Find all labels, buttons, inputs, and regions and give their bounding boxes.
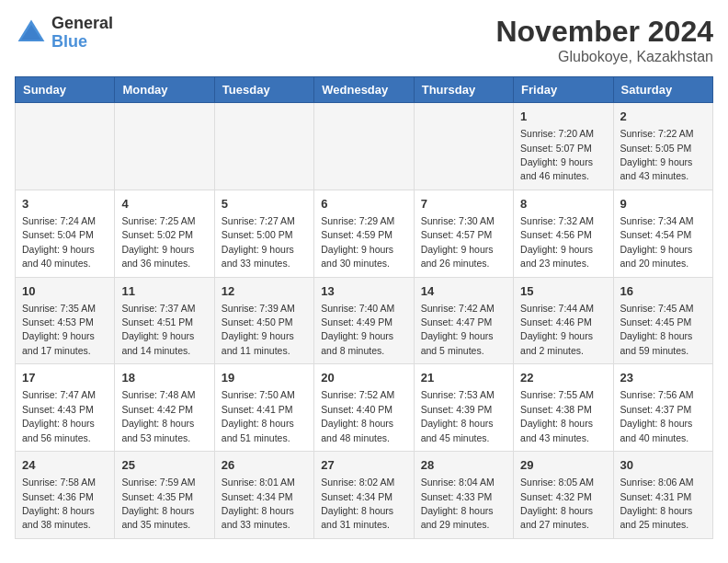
day-number: 26: [222, 457, 307, 474]
calendar-day-cell: 5Sunrise: 7:27 AM Sunset: 5:00 PM Daylig…: [214, 190, 313, 277]
day-info: Sunrise: 7:52 AM Sunset: 4:40 PM Dayligh…: [321, 389, 394, 442]
calendar-week-row: 10Sunrise: 7:35 AM Sunset: 4:53 PM Dayli…: [16, 277, 713, 364]
empty-day-cell: [414, 103, 513, 190]
day-number: 3: [22, 196, 108, 213]
day-info: Sunrise: 7:25 AM Sunset: 5:02 PM Dayligh…: [121, 215, 195, 269]
calendar-day-cell: 16Sunrise: 7:45 AM Sunset: 4:45 PM Dayli…: [613, 277, 712, 364]
day-number: 24: [22, 457, 108, 474]
day-info: Sunrise: 7:29 AM Sunset: 4:59 PM Dayligh…: [321, 215, 394, 269]
calendar-week-row: 3Sunrise: 7:24 AM Sunset: 5:04 PM Daylig…: [16, 190, 713, 277]
day-info: Sunrise: 8:04 AM Sunset: 4:33 PM Dayligh…: [421, 477, 495, 530]
calendar-day-cell: 11Sunrise: 7:37 AM Sunset: 4:51 PM Dayli…: [115, 277, 214, 364]
header: General Blue November 2024 Glubokoye, Ka…: [15, 15, 713, 65]
day-number: 30: [620, 457, 706, 474]
day-info: Sunrise: 8:01 AM Sunset: 4:34 PM Dayligh…: [222, 477, 295, 530]
weekday-header-friday: Friday: [514, 77, 613, 103]
day-number: 27: [321, 457, 406, 474]
day-number: 23: [620, 370, 706, 386]
day-info: Sunrise: 7:42 AM Sunset: 4:47 PM Dayligh…: [421, 303, 495, 356]
logo-text-general: General: [51, 15, 113, 33]
day-info: Sunrise: 7:30 AM Sunset: 4:57 PM Dayligh…: [421, 215, 495, 269]
logo-text-blue: Blue: [51, 33, 113, 52]
calendar-day-cell: 3Sunrise: 7:24 AM Sunset: 5:04 PM Daylig…: [16, 190, 115, 277]
day-info: Sunrise: 7:45 AM Sunset: 4:45 PM Dayligh…: [620, 303, 694, 356]
day-number: 8: [520, 196, 606, 213]
day-info: Sunrise: 7:27 AM Sunset: 5:00 PM Dayligh…: [222, 215, 295, 269]
day-number: 22: [520, 370, 606, 386]
day-number: 10: [22, 283, 108, 300]
day-number: 16: [620, 283, 706, 300]
day-number: 11: [121, 283, 207, 300]
calendar-day-cell: 24Sunrise: 7:58 AM Sunset: 4:36 PM Dayli…: [16, 452, 115, 539]
empty-day-cell: [214, 103, 313, 190]
weekday-header-saturday: Saturday: [613, 77, 712, 103]
day-info: Sunrise: 7:44 AM Sunset: 4:46 PM Dayligh…: [520, 303, 594, 356]
calendar-day-cell: 21Sunrise: 7:53 AM Sunset: 4:39 PM Dayli…: [414, 364, 513, 452]
day-info: Sunrise: 7:50 AM Sunset: 4:41 PM Dayligh…: [222, 389, 295, 442]
day-number: 25: [121, 457, 207, 474]
calendar-day-cell: 27Sunrise: 8:02 AM Sunset: 4:34 PM Dayli…: [314, 452, 414, 539]
weekday-header-tuesday: Tuesday: [214, 77, 313, 103]
calendar-day-cell: 18Sunrise: 7:48 AM Sunset: 4:42 PM Dayli…: [115, 364, 214, 452]
logo-icon: [15, 17, 48, 50]
calendar-day-cell: 23Sunrise: 7:56 AM Sunset: 4:37 PM Dayli…: [613, 364, 712, 452]
weekday-header-thursday: Thursday: [414, 77, 513, 103]
day-number: 21: [421, 370, 506, 386]
day-info: Sunrise: 7:56 AM Sunset: 4:37 PM Dayligh…: [620, 389, 694, 442]
calendar-day-cell: 30Sunrise: 8:06 AM Sunset: 4:31 PM Dayli…: [613, 452, 712, 539]
calendar-day-cell: 20Sunrise: 7:52 AM Sunset: 4:40 PM Dayli…: [314, 364, 414, 452]
title-area: November 2024 Glubokoye, Kazakhstan: [495, 15, 713, 65]
day-info: Sunrise: 7:59 AM Sunset: 4:35 PM Dayligh…: [121, 477, 195, 530]
day-info: Sunrise: 7:47 AM Sunset: 4:43 PM Dayligh…: [22, 389, 96, 442]
day-info: Sunrise: 7:58 AM Sunset: 4:36 PM Dayligh…: [22, 477, 96, 530]
calendar-day-cell: 13Sunrise: 7:40 AM Sunset: 4:49 PM Dayli…: [314, 277, 414, 364]
calendar-day-cell: 25Sunrise: 7:59 AM Sunset: 4:35 PM Dayli…: [115, 452, 214, 539]
day-number: 17: [22, 370, 108, 386]
calendar-day-cell: 15Sunrise: 7:44 AM Sunset: 4:46 PM Dayli…: [514, 277, 613, 364]
calendar-week-row: 17Sunrise: 7:47 AM Sunset: 4:43 PM Dayli…: [16, 364, 713, 452]
day-info: Sunrise: 7:53 AM Sunset: 4:39 PM Dayligh…: [421, 389, 495, 442]
calendar-day-cell: 9Sunrise: 7:34 AM Sunset: 4:54 PM Daylig…: [613, 190, 712, 277]
calendar-day-cell: 26Sunrise: 8:01 AM Sunset: 4:34 PM Dayli…: [214, 452, 313, 539]
day-number: 5: [222, 196, 307, 213]
calendar-day-cell: 8Sunrise: 7:32 AM Sunset: 4:56 PM Daylig…: [514, 190, 613, 277]
calendar-day-cell: 22Sunrise: 7:55 AM Sunset: 4:38 PM Dayli…: [514, 364, 613, 452]
calendar-week-row: 24Sunrise: 7:58 AM Sunset: 4:36 PM Dayli…: [16, 452, 713, 539]
day-number: 28: [421, 457, 506, 474]
day-info: Sunrise: 7:20 AM Sunset: 5:07 PM Dayligh…: [520, 128, 594, 181]
calendar-day-cell: 14Sunrise: 7:42 AM Sunset: 4:47 PM Dayli…: [414, 277, 513, 364]
day-info: Sunrise: 7:32 AM Sunset: 4:56 PM Dayligh…: [520, 215, 594, 269]
day-info: Sunrise: 7:22 AM Sunset: 5:05 PM Dayligh…: [620, 128, 694, 181]
day-number: 29: [520, 457, 606, 474]
day-info: Sunrise: 7:24 AM Sunset: 5:04 PM Dayligh…: [22, 215, 96, 269]
day-number: 13: [321, 283, 406, 300]
day-info: Sunrise: 7:37 AM Sunset: 4:51 PM Dayligh…: [121, 303, 195, 356]
calendar-day-cell: 12Sunrise: 7:39 AM Sunset: 4:50 PM Dayli…: [214, 277, 313, 364]
day-number: 12: [222, 283, 307, 300]
day-info: Sunrise: 8:05 AM Sunset: 4:32 PM Dayligh…: [520, 477, 594, 530]
calendar-day-cell: 10Sunrise: 7:35 AM Sunset: 4:53 PM Dayli…: [16, 277, 115, 364]
calendar-day-cell: 6Sunrise: 7:29 AM Sunset: 4:59 PM Daylig…: [314, 190, 414, 277]
calendar-day-cell: 7Sunrise: 7:30 AM Sunset: 4:57 PM Daylig…: [414, 190, 513, 277]
weekday-header-sunday: Sunday: [16, 77, 115, 103]
day-number: 14: [421, 283, 506, 300]
calendar-week-row: 1Sunrise: 7:20 AM Sunset: 5:07 PM Daylig…: [16, 103, 713, 190]
empty-day-cell: [16, 103, 115, 190]
day-number: 6: [321, 196, 406, 213]
day-number: 9: [620, 196, 706, 213]
day-info: Sunrise: 8:06 AM Sunset: 4:31 PM Dayligh…: [620, 477, 694, 530]
day-number: 7: [421, 196, 506, 213]
calendar-day-cell: 17Sunrise: 7:47 AM Sunset: 4:43 PM Dayli…: [16, 364, 115, 452]
empty-day-cell: [115, 103, 214, 190]
weekday-header-row: SundayMondayTuesdayWednesdayThursdayFrid…: [16, 77, 713, 103]
main-title: November 2024: [495, 15, 713, 49]
weekday-header-wednesday: Wednesday: [314, 77, 414, 103]
day-number: 1: [520, 109, 606, 125]
calendar-day-cell: 4Sunrise: 7:25 AM Sunset: 5:02 PM Daylig…: [115, 190, 214, 277]
weekday-header-monday: Monday: [115, 77, 214, 103]
day-info: Sunrise: 7:40 AM Sunset: 4:49 PM Dayligh…: [321, 303, 394, 356]
calendar-day-cell: 1Sunrise: 7:20 AM Sunset: 5:07 PM Daylig…: [514, 103, 613, 190]
day-info: Sunrise: 7:35 AM Sunset: 4:53 PM Dayligh…: [22, 303, 96, 356]
day-info: Sunrise: 7:55 AM Sunset: 4:38 PM Dayligh…: [520, 389, 594, 442]
day-info: Sunrise: 7:48 AM Sunset: 4:42 PM Dayligh…: [121, 389, 195, 442]
